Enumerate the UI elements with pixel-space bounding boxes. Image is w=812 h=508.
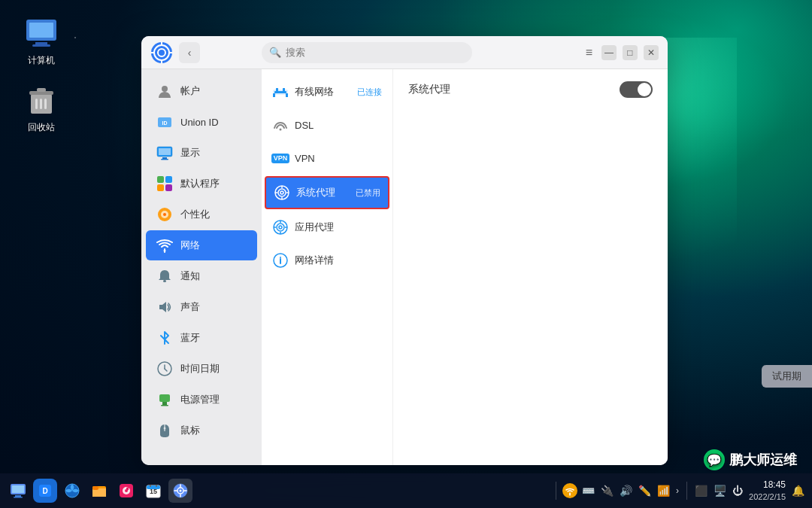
titlebar: ‹ 🔍 ≡ — □ ✕ [141, 36, 668, 69]
svg-point-17 [162, 86, 168, 92]
desktop: 计算机 回收站 试用期 💬 鹏大师运维 [0, 0, 812, 508]
taskbar-icon-settings[interactable] [168, 479, 192, 503]
window-body: 帐户 ID Union ID [141, 69, 668, 465]
svg-line-35 [165, 369, 167, 371]
network-item-wired[interactable]: 有线网络 已连接 [262, 75, 392, 108]
tray-separator [686, 482, 687, 500]
wired-icon [272, 84, 289, 100]
sidebar-item-union-id[interactable]: ID Union ID [146, 107, 257, 137]
svg-rect-27 [165, 184, 172, 191]
usb-tray-icon[interactable]: 🔌 [599, 483, 615, 498]
taskbar-icon-files[interactable] [87, 479, 111, 503]
dsl-icon [272, 117, 289, 133]
window-tray-icon[interactable]: ⬛ [693, 483, 709, 498]
network-tray-icon[interactable] [562, 483, 577, 498]
svg-rect-9 [44, 99, 47, 109]
network-detail-icon [272, 252, 289, 269]
volume-tray-icon[interactable]: 🔊 [618, 483, 634, 498]
taskbar-time-display: 18:45 2022/2/15 [749, 479, 786, 503]
proxy-setting-label: 系统代理 [408, 83, 450, 96]
datetime-label: 时间日期 [180, 362, 220, 376]
network-item-vpn[interactable]: VPN VPN [262, 141, 392, 175]
svg-rect-43 [276, 88, 278, 91]
search-bar[interactable]: 🔍 [262, 42, 472, 63]
svg-rect-7 [35, 99, 38, 109]
settings-window: ‹ 🔍 ≡ — □ ✕ [141, 36, 668, 465]
keyboard-tray-icon[interactable]: ⌨️ [580, 483, 596, 498]
sidebar-item-network[interactable]: 网络 [146, 230, 257, 260]
svg-rect-22 [162, 157, 167, 159]
svg-rect-44 [283, 88, 285, 91]
taskbar-icon-music[interactable] [114, 479, 138, 503]
sidebar-item-bluetooth[interactable]: 蓝牙 [146, 323, 257, 353]
datetime-icon [156, 360, 173, 377]
minimize-button[interactable]: — [601, 45, 617, 60]
toggle-knob [638, 83, 651, 96]
sidebar-item-sound[interactable]: 声音 [146, 292, 257, 322]
svg-rect-68 [14, 497, 23, 498]
chevron-tray-icon[interactable]: › [674, 484, 680, 497]
svg-rect-8 [40, 99, 42, 109]
union-id-label: Union ID [180, 117, 219, 128]
sidebar-item-mouse[interactable]: 鼠标 [146, 415, 257, 446]
svg-text:D: D [42, 487, 47, 495]
proxy-name: 系统代理 [296, 186, 350, 199]
sidebar-item-personalize[interactable]: 个性化 [146, 199, 257, 230]
desktop-icon-computer[interactable]: 计算机 [15, 15, 68, 67]
network-item-dsl[interactable]: DSL [262, 108, 392, 141]
svg-point-87 [180, 490, 182, 492]
screen-tray-icon[interactable]: 🖥️ [712, 483, 728, 498]
taskbar-icon-screen[interactable] [6, 479, 30, 503]
power-tray-icon[interactable]: ⏻ [731, 483, 744, 498]
network-panel: 有线网络 已连接 DSL [262, 69, 668, 465]
proxy-settings-panel: 系统代理 [393, 69, 668, 465]
svg-point-40 [164, 427, 166, 430]
network-item-detail[interactable]: 网络详情 [262, 244, 392, 277]
display-label: 显示 [180, 146, 200, 160]
sidebar-item-datetime[interactable]: 时间日期 [146, 354, 257, 384]
pen-tray-icon[interactable]: ✏️ [637, 483, 653, 498]
network-icon [156, 237, 173, 254]
union-id-icon: ID [156, 114, 173, 130]
search-input[interactable] [286, 47, 465, 58]
bell-tray-icon[interactable]: 🔔 [790, 483, 806, 498]
trash-label: 回收站 [28, 121, 55, 134]
network-item-proxy[interactable]: 系统代理 已禁用 [265, 176, 389, 209]
svg-rect-82 [150, 485, 151, 487]
proxy-toggle[interactable] [620, 81, 653, 98]
taskbar-icon-calendar[interactable]: 15 [141, 479, 165, 503]
svg-rect-21 [159, 148, 171, 155]
menu-icon[interactable]: ≡ [583, 43, 595, 62]
close-button[interactable]: ✕ [644, 45, 659, 60]
sidebar-item-display[interactable]: 显示 [146, 138, 257, 168]
watermark: 💬 鹏大师运维 [704, 449, 797, 470]
taskbar-icon-app1[interactable]: D [33, 479, 57, 503]
svg-point-30 [163, 213, 166, 216]
taskbar-icon-browser[interactable] [60, 479, 84, 503]
svg-rect-66 [12, 485, 24, 493]
sidebar-item-account[interactable]: 帐户 [146, 76, 257, 106]
network-item-app-proxy[interactable]: 应用代理 [262, 211, 392, 244]
clock-time: 18:45 [749, 479, 786, 491]
sidebar-item-power[interactable]: 电源管理 [146, 385, 257, 415]
proxy-icon [274, 184, 290, 201]
vpn-name: VPN [295, 153, 382, 164]
taskbar: D [0, 473, 812, 508]
bluetooth-icon [156, 330, 173, 346]
svg-point-47 [280, 129, 282, 131]
signal-tray-icon[interactable]: 📶 [656, 483, 671, 498]
svg-rect-23 [161, 159, 168, 160]
maximize-button[interactable]: □ [623, 45, 638, 60]
sidebar-item-default-apps[interactable]: 默认程序 [146, 169, 257, 199]
taskbar-separator [556, 482, 556, 500]
svg-rect-45 [273, 93, 275, 97]
sidebar-item-notify[interactable]: 通知 [146, 261, 257, 291]
svg-point-92 [569, 494, 571, 495]
default-apps-label: 默认程序 [180, 177, 220, 190]
settings-sidebar: 帐户 ID Union ID [141, 69, 262, 465]
app-proxy-icon [272, 219, 289, 236]
desktop-icon-trash[interactable]: 回收站 [15, 82, 68, 134]
desktop-icons: 计算机 回收站 [15, 15, 68, 134]
back-button[interactable]: ‹ [179, 42, 200, 63]
proxy-toggle-row: 系统代理 [408, 81, 653, 98]
